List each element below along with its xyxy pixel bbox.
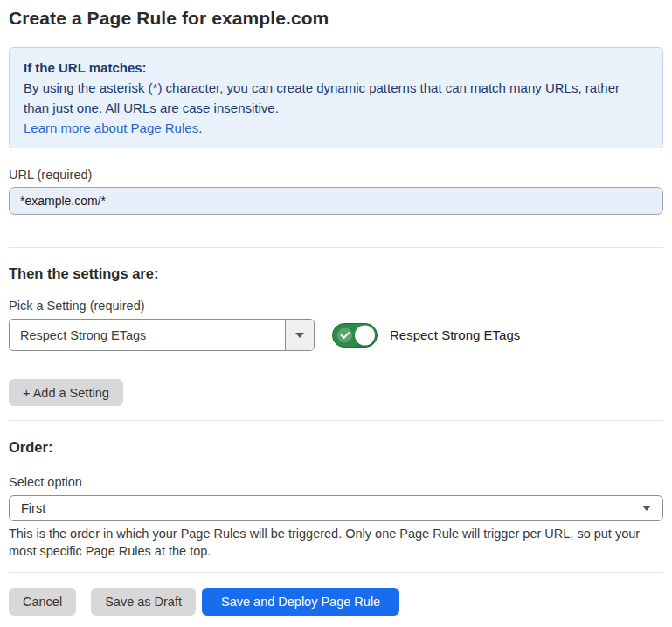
add-setting-button[interactable]: + Add a Setting [9, 379, 123, 406]
chevron-down-icon [642, 506, 651, 511]
setting-toggle-label: Respect Strong ETags [390, 327, 520, 342]
url-input[interactable] [9, 187, 663, 215]
order-help-text: This is the order in which your Page Rul… [9, 525, 660, 560]
setting-toggle[interactable] [332, 323, 378, 348]
setting-select-value: Respect Strong ETags [10, 320, 285, 350]
page-title: Create a Page Rule for example.com [9, 7, 663, 30]
check-icon [337, 327, 352, 342]
divider [9, 420, 663, 421]
divider [9, 247, 663, 248]
setting-select-arrow-button[interactable] [285, 320, 314, 350]
form-actions: Cancel Save as Draft Save and Deploy Pag… [9, 588, 663, 616]
link-period: . [198, 121, 202, 135]
order-select-value: First [21, 501, 642, 515]
toggle-knob [355, 325, 375, 345]
pick-setting-label: Pick a Setting (required) [9, 298, 663, 314]
url-field-label: URL (required) [9, 167, 663, 183]
order-select[interactable]: First [9, 495, 663, 521]
info-box-body: By using the asterisk (*) character, you… [24, 78, 648, 118]
learn-more-link[interactable]: Learn more about Page Rules [24, 121, 198, 135]
settings-section-heading: Then the settings are: [9, 265, 663, 282]
setting-select[interactable]: Respect Strong ETags [9, 319, 315, 351]
info-box-heading: If the URL matches: [24, 58, 648, 78]
url-match-info-box: If the URL matches: By using the asteris… [9, 47, 663, 148]
order-select-label: Select option [9, 474, 663, 490]
setting-row: Respect Strong ETags Respect Strong ETag… [9, 319, 663, 351]
save-and-deploy-button[interactable]: Save and Deploy Page Rule [202, 588, 399, 616]
order-section-heading: Order: [9, 438, 663, 456]
divider [9, 572, 663, 573]
chevron-down-icon [295, 333, 304, 338]
info-box-link-line: Learn more about Page Rules. [24, 118, 648, 138]
save-as-draft-button[interactable]: Save as Draft [91, 588, 196, 616]
cancel-button[interactable]: Cancel [9, 588, 76, 616]
